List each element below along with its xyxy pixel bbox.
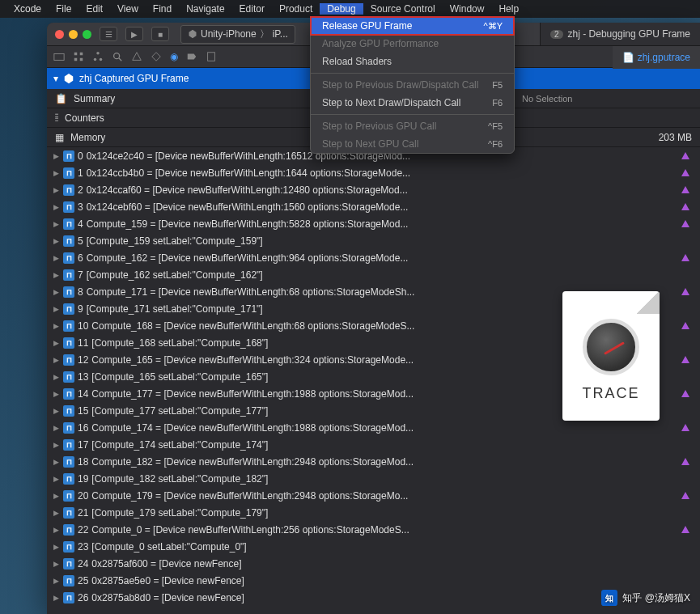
api-call-icon: ⊓ (63, 439, 74, 451)
row-index: 8 (78, 286, 83, 298)
menu-find[interactable]: Find (146, 3, 179, 15)
disclosure-icon: ▶ (53, 543, 60, 551)
scheme-selector[interactable]: Unity-iPhone 〉 iP... (180, 25, 295, 44)
zoom-traffic-light[interactable] (83, 30, 91, 39)
report-icon[interactable] (206, 51, 217, 62)
disclosure-icon: ▶ (53, 254, 60, 262)
breakpoint-icon[interactable] (186, 51, 197, 62)
call-row[interactable]: ▶⊓19 [Compute_182 setLabel:"Compute_182"… (47, 470, 700, 487)
call-row[interactable]: ▶⊓25 0x2875ae5e0 = [Device newFence] (47, 572, 700, 589)
api-call-icon: ⊓ (63, 456, 74, 468)
menu-item-step-to-next-draw-dispatch-call[interactable]: Step to Next Draw/Dispatch CallF6 (311, 94, 514, 112)
api-call-icon: ⊓ (63, 524, 74, 536)
disclosure-icon: ▶ (53, 186, 60, 194)
row-text: [Compute_159 setLabel:"Compute_159"] (87, 235, 263, 247)
warning-icon (681, 185, 690, 195)
api-call-icon: ⊓ (63, 541, 74, 553)
menu-product[interactable]: Product (272, 3, 320, 15)
zhihu-icon: 知 (601, 590, 617, 606)
call-row[interactable]: ▶⊓20 Compute_179 = [Device newBufferWith… (47, 487, 700, 504)
grid-icon[interactable] (73, 51, 84, 62)
scheme-name: Unity-iPhone (201, 28, 257, 40)
menu-file[interactable]: File (49, 3, 78, 15)
api-call-icon: ⊓ (63, 388, 74, 400)
hierarchy-icon[interactable] (92, 51, 104, 62)
row-text: 0x124ccaf60 = [Device newBufferWithLengt… (87, 184, 408, 196)
menu-editor[interactable]: Editor (232, 3, 272, 15)
trace-file-icon[interactable]: TRACE (562, 291, 660, 421)
disclosure-icon: ▶ (53, 407, 60, 415)
menu-edit[interactable]: Edit (78, 3, 110, 15)
call-row[interactable]: ▶⊓18 Compute_182 = [Device newBufferWith… (47, 453, 700, 470)
call-row[interactable]: ▶⊓21 [Compute_179 setLabel:"Compute_179"… (47, 504, 700, 521)
menu-help[interactable]: Help (491, 3, 526, 15)
folder-icon[interactable] (53, 51, 65, 62)
row-text: Compute_179 = [Device newBufferWithLengt… (91, 490, 408, 502)
api-call-icon: ⊓ (63, 405, 74, 417)
doc-icon: 📄 (622, 52, 634, 63)
warning-icon (681, 457, 690, 467)
row-text: 0x124ccb4b0 = [Device newBufferWithLengt… (87, 167, 410, 179)
row-index: 15 (78, 405, 88, 417)
editor-tab[interactable]: 2 zhj - Debugging GPU Frame (540, 23, 700, 45)
svg-marker-16 (681, 152, 689, 159)
menu-debug[interactable]: Debug (320, 3, 363, 15)
disclosure-icon: ▶ (53, 288, 60, 296)
call-row[interactable]: ▶⊓17 [Compute_174 setLabel:"Compute_174"… (47, 436, 700, 453)
call-row[interactable]: ▶⊓24 0x2875af600 = [Device newFence] (47, 555, 700, 572)
minimize-traffic-light[interactable] (69, 30, 78, 39)
call-row[interactable]: ▶⊓16 Compute_174 = [Device newBufferWith… (47, 419, 700, 436)
menu-view[interactable]: View (110, 3, 146, 15)
disclosure-icon: ▶ (53, 577, 60, 585)
call-row[interactable]: ▶⊓5 [Compute_159 setLabel:"Compute_159"] (47, 232, 700, 249)
disclosure-icon: ▶ (53, 390, 60, 398)
call-row[interactable]: ▶⊓1 0x124ccb4b0 = [Device newBufferWithL… (47, 164, 700, 181)
gpu-nav-icon[interactable]: ◉ (170, 51, 178, 62)
debug-menu-dropdown: Release GPU Frame^⌘YAnalyze GPU Performa… (310, 16, 515, 154)
search-icon[interactable] (112, 51, 123, 62)
svg-marker-28 (681, 492, 689, 499)
close-traffic-light[interactable] (55, 30, 64, 39)
svg-marker-22 (681, 288, 689, 295)
menu-item-release-gpu-frame[interactable]: Release GPU Frame^⌘Y (311, 17, 514, 35)
warning-icon (681, 491, 690, 501)
svg-marker-17 (681, 169, 689, 176)
call-row[interactable]: ▶⊓3 0x124cebf60 = [Device newBufferWithL… (47, 198, 700, 215)
menu-navigate[interactable]: Navigate (179, 3, 231, 15)
scheme-target: iP... (273, 28, 288, 40)
disclosure-icon: ▶ (53, 509, 60, 517)
trace-file-tab[interactable]: 📄 zhj.gputrace (613, 46, 700, 69)
menu-item-reload-shaders[interactable]: Reload Shaders (311, 53, 514, 70)
api-call-icon: ⊓ (63, 575, 74, 586)
disclosure-icon: ▶ (53, 339, 60, 347)
run-button[interactable]: ▶ (125, 27, 143, 41)
call-row[interactable]: ▶⊓23 [Compute_0 setLabel:"Compute_0"] (47, 538, 700, 555)
warning-icon (681, 423, 690, 433)
menu-window[interactable]: Window (443, 3, 492, 15)
sidebar-toggle-button[interactable]: ☰ (100, 27, 117, 41)
api-call-icon: ⊓ (63, 490, 74, 502)
menu-source-control[interactable]: Source Control (363, 3, 443, 15)
row-text: [Compute_171 setLabel:"Compute_171"] (87, 303, 263, 315)
svg-rect-14 (208, 53, 215, 61)
menu-item-step-to-next-gpu-call: Step to Next GPU Call^F6 (311, 135, 514, 153)
row-index: 12 (78, 354, 88, 366)
menu-xcode[interactable]: Xcode (6, 3, 49, 15)
call-row[interactable]: ▶⊓2 0x124ccaf60 = [Device newBufferWithL… (47, 181, 700, 198)
row-index: 6 (78, 252, 83, 264)
svg-rect-4 (74, 58, 78, 61)
call-row[interactable]: ▶⊓7 [Compute_162 setLabel:"Compute_162"] (47, 266, 700, 283)
call-row[interactable]: ▶⊓4 Compute_159 = [Device newBufferWithL… (47, 215, 700, 232)
call-row[interactable]: ▶⊓22 Compute_0 = [Device newBufferWithLe… (47, 521, 700, 538)
diamond-icon[interactable] (151, 51, 162, 62)
row-index: 5 (78, 235, 83, 247)
stop-button[interactable]: ■ (151, 27, 169, 41)
warning-nav-icon[interactable] (131, 51, 142, 62)
svg-rect-3 (80, 53, 83, 56)
disclosure-icon: ▶ (53, 492, 60, 500)
api-call-icon: ⊓ (63, 320, 74, 332)
svg-point-7 (94, 58, 97, 61)
svg-point-9 (114, 53, 120, 59)
menu-item-step-to-previous-draw-dispatch-call: Step to Previous Draw/Dispatch CallF5 (311, 76, 514, 94)
call-row[interactable]: ▶⊓6 Compute_162 = [Device newBufferWithL… (47, 249, 700, 266)
